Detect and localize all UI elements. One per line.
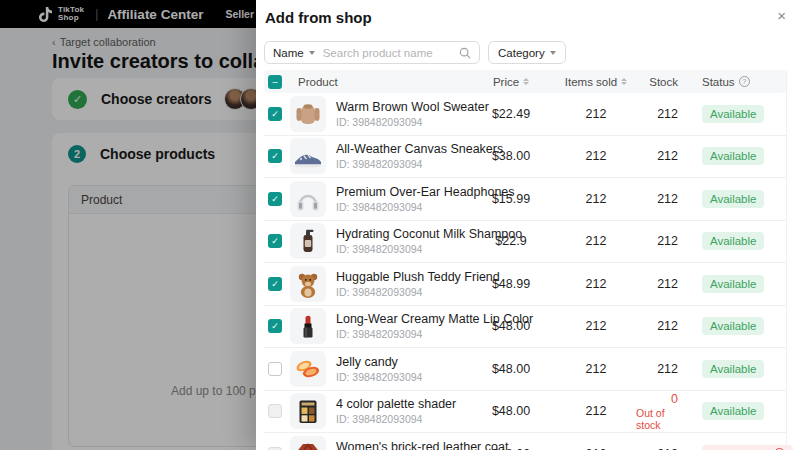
chevron-down-icon [309, 51, 315, 55]
product-name: Women's brick-red leather coat [336, 440, 466, 450]
row-checkbox[interactable]: ✓ [268, 362, 282, 376]
product-name: Premium Over-Ear Headphones [336, 185, 466, 199]
table-row[interactable]: ✓ Hydrating Coconut Milk Shampoo ID: 398… [264, 221, 786, 264]
search-placeholder: Search product name [323, 47, 459, 59]
column-items-sold[interactable]: Items sold [556, 76, 636, 88]
items-sold-value: 212 [556, 149, 636, 163]
status-badge: Available ? [702, 190, 764, 208]
column-stock: Stock [636, 76, 686, 88]
row-checkbox[interactable]: ✓ [268, 107, 282, 121]
stock-value: 0Out of stock [636, 392, 686, 431]
status-badge: Available ? [702, 147, 764, 165]
coat-icon [290, 436, 326, 450]
table-row[interactable]: ✓ 4 color palette shader ID: 39848209309… [264, 391, 786, 434]
row-checkbox[interactable]: ✓ [268, 404, 282, 418]
items-sold-value: 212 [556, 404, 636, 418]
stock-value: 212 [636, 362, 686, 376]
chevron-down-icon [550, 51, 556, 55]
product-name: Jelly candy [336, 355, 422, 369]
out-of-stock-note: Out of stock [636, 407, 678, 431]
close-icon[interactable]: × [777, 8, 786, 23]
product-table-body: ✓ Warm Brown Wool Sweater ID: 3984820930… [264, 93, 786, 450]
lipstick-icon [290, 308, 326, 344]
product-table-header: – Product Price Items sold Stock Status … [264, 70, 786, 93]
price-value: $22.9 [466, 234, 556, 248]
items-sold-value: 212 [556, 234, 636, 248]
product-id: ID: 398482093094 [336, 328, 466, 340]
product-name: Hydrating Coconut Milk Shampoo [336, 227, 466, 241]
column-status: Status ? [686, 76, 787, 88]
stock-value: 212 [636, 234, 686, 248]
price-value: $48.00 [466, 404, 556, 418]
price-value: $15.99 [466, 192, 556, 206]
items-sold-value: 212 [556, 277, 636, 291]
select-all-checkbox[interactable]: – [268, 75, 282, 89]
product-id: ID: 398482093094 [336, 158, 466, 170]
price-value: $22.49 [466, 107, 556, 121]
table-row[interactable]: ✓ Huggable Plush Teddy Friend ID: 398482… [264, 263, 786, 306]
column-product: Product [290, 76, 466, 88]
product-name: Long-Wear Creamy Matte Lip Color [336, 312, 466, 326]
status-badge: Available ? [702, 402, 764, 420]
table-row[interactable]: ✓ Jelly candy ID: 398482093094 $48.00 21… [264, 348, 786, 391]
category-filter-button[interactable]: Category [488, 41, 566, 64]
stock-value: 212 [636, 107, 686, 121]
product-name: 4 color palette shader [336, 397, 456, 411]
product-id: ID: 398482093094 [336, 201, 466, 213]
category-label: Category [498, 47, 545, 59]
price-value: $48.00 [466, 319, 556, 333]
product-id: ID: 398482093094 [336, 286, 466, 298]
palette-icon [290, 393, 326, 429]
sort-icon[interactable] [621, 78, 627, 86]
product-id: ID: 398482093094 [336, 116, 466, 128]
search-icon [459, 47, 471, 59]
product-name: Huggable Plush Teddy Friend [336, 270, 466, 284]
jelly-icon [290, 351, 326, 387]
stock-value: 212 [636, 277, 686, 291]
shampoo-icon [290, 223, 326, 259]
stock-value: 212 [636, 319, 686, 333]
items-sold-value: 212 [556, 107, 636, 121]
stock-value: 212 [636, 149, 686, 163]
status-badge: Available ? [702, 317, 764, 335]
search-input[interactable]: Name Search product name [264, 41, 480, 64]
product-name: Warm Brown Wool Sweater [336, 100, 466, 114]
price-value: $48.99 [466, 277, 556, 291]
status-badge: Available ? [702, 105, 764, 123]
product-name: All-Weather Canvas Sneakers [336, 142, 466, 156]
price-value: $38.00 [466, 149, 556, 163]
headphones-icon [290, 181, 326, 217]
row-checkbox[interactable]: ✓ [268, 149, 282, 163]
row-checkbox[interactable]: ✓ [268, 319, 282, 333]
row-checkbox[interactable]: ✓ [268, 277, 282, 291]
items-sold-value: 212 [556, 192, 636, 206]
status-badge: Available ? [702, 232, 764, 250]
row-checkbox[interactable]: ✓ [268, 234, 282, 248]
table-row[interactable]: ✓ All-Weather Canvas Sneakers ID: 398482… [264, 136, 786, 179]
status-badge: Available ? [702, 360, 764, 378]
table-row[interactable]: ✓ Long-Wear Creamy Matte Lip Color ID: 3… [264, 306, 786, 349]
product-id: ID: 398482093094 [336, 413, 456, 425]
table-row[interactable]: ✓ Women's brick-red leather coat ID: 398… [264, 433, 786, 450]
modal-title: Add from shop [265, 9, 372, 26]
product-table: – Product Price Items sold Stock Status … [264, 70, 787, 450]
product-id: ID: 398482093094 [336, 371, 422, 383]
search-field-selector[interactable]: Name [273, 47, 304, 59]
status-badge: Unavailable ? [702, 445, 793, 450]
sweater-icon [290, 96, 326, 132]
table-row[interactable]: ✓ Premium Over-Ear Headphones ID: 398482… [264, 178, 786, 221]
items-sold-value: 212 [556, 362, 636, 376]
sneakers-icon [290, 138, 326, 174]
items-sold-value: 212 [556, 319, 636, 333]
add-from-shop-modal: Add from shop × Name Search product name… [256, 0, 800, 450]
sort-icon[interactable] [523, 78, 529, 86]
row-checkbox[interactable]: ✓ [268, 192, 282, 206]
table-row[interactable]: ✓ Warm Brown Wool Sweater ID: 3984820930… [264, 93, 786, 136]
product-id: ID: 398482093094 [336, 243, 466, 255]
stock-value: 212 [636, 192, 686, 206]
column-price[interactable]: Price [466, 76, 556, 88]
price-value: $48.00 [466, 362, 556, 376]
teddy-icon [290, 266, 326, 302]
status-help-icon[interactable]: ? [739, 76, 750, 87]
status-badge: Available ? [702, 275, 764, 293]
